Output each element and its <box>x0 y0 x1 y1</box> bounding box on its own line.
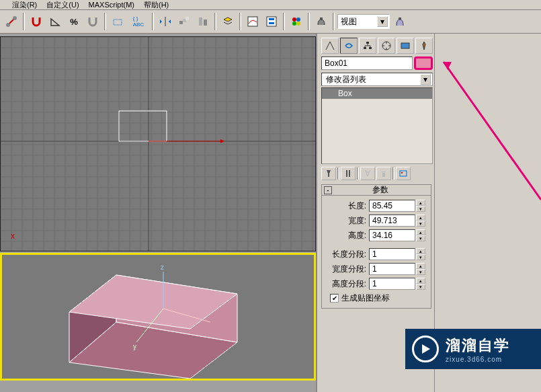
render-type-dropdown[interactable]: 视图 ▾ <box>337 14 390 29</box>
lseg-input[interactable]: 1 <box>369 248 415 260</box>
svg-rect-85 <box>364 47 366 49</box>
mirror-icon[interactable] <box>157 13 174 30</box>
make-unique-icon[interactable]: ∀ <box>360 167 375 180</box>
width-input[interactable]: 49.713 <box>369 214 415 227</box>
svg-point-13 <box>296 17 300 22</box>
configure-sets-icon[interactable] <box>396 167 411 180</box>
menu-item[interactable]: 渲染(R) <box>12 0 37 10</box>
svg-rect-6 <box>199 17 202 26</box>
svg-point-14 <box>292 22 296 26</box>
svg-point-0 <box>6 23 10 27</box>
modifier-list-dropdown[interactable]: 修改器列表 ▾ <box>321 73 433 86</box>
svg-rect-92 <box>401 172 403 173</box>
layers-icon[interactable] <box>219 13 237 30</box>
curve-editor-icon[interactable] <box>244 13 261 30</box>
svg-rect-88 <box>401 43 409 48</box>
width-label: 宽度: <box>327 215 369 227</box>
svg-rect-90 <box>349 170 350 177</box>
stack-item-box[interactable]: Box <box>322 88 432 99</box>
object-name-value: Box01 <box>325 58 347 68</box>
command-panel-tabs <box>320 36 434 55</box>
viewport-perspective[interactable]: z y <box>0 253 316 381</box>
display-tab-icon[interactable] <box>397 38 414 54</box>
svg-rect-11 <box>269 22 274 24</box>
spin-up-icon[interactable]: ▴ <box>416 278 425 284</box>
menu-item[interactable]: MAXScript(M) <box>89 1 134 9</box>
viewport-area: x z y <box>0 34 316 392</box>
menu-bar: 渲染(R) 自定义(U) MAXScript(M) 帮助(H) <box>0 0 541 9</box>
play-icon <box>412 336 439 362</box>
spin-up-icon[interactable]: ▴ <box>416 248 425 254</box>
length-input[interactable]: 85.45 <box>369 200 415 212</box>
hierarchy-tab-icon[interactable] <box>359 38 376 54</box>
spin-down-icon[interactable]: ▾ <box>416 254 425 260</box>
spin-up-icon[interactable]: ▴ <box>416 214 425 221</box>
named-selection-icon[interactable] <box>109 13 126 30</box>
show-end-result-icon[interactable] <box>341 167 356 180</box>
angle-snap-icon[interactable] <box>46 13 64 30</box>
object-name-input[interactable]: Box01 <box>321 56 413 70</box>
magnet-icon[interactable] <box>28 13 45 30</box>
length-label: 长度: <box>327 200 369 212</box>
object-color-swatch[interactable] <box>414 56 433 70</box>
svg-marker-95 <box>422 344 430 354</box>
watermark: 溜溜自学 zixue.3d66.com <box>405 329 541 369</box>
modify-tab-icon[interactable] <box>340 38 358 54</box>
svg-rect-10 <box>269 18 274 20</box>
gen-uv-checkbox[interactable]: ✔ <box>330 294 339 303</box>
material-editor-icon[interactable] <box>288 13 305 30</box>
quick-render-icon[interactable] <box>391 13 409 30</box>
svg-text:z: z <box>161 264 164 271</box>
motion-tab-icon[interactable] <box>378 38 395 54</box>
svg-rect-17 <box>399 17 401 19</box>
collapse-icon[interactable]: - <box>324 186 332 194</box>
stack-toolbar: ∀ <box>320 165 434 182</box>
svg-text:y: y <box>133 343 136 350</box>
schematic-view-icon[interactable] <box>263 13 280 30</box>
svg-rect-7 <box>204 19 207 26</box>
svg-rect-2 <box>114 19 122 25</box>
wseg-label: 宽度分段: <box>327 264 369 275</box>
svg-rect-89 <box>346 170 347 177</box>
percent-snap-icon[interactable]: % <box>65 13 83 30</box>
modifier-list-label: 修改器列表 <box>326 74 366 85</box>
menu-item[interactable]: 自定义(U) <box>46 0 79 10</box>
hseg-input[interactable]: 1 <box>369 278 415 290</box>
svg-rect-5 <box>185 17 189 20</box>
align-icon[interactable] <box>194 13 212 30</box>
render-scene-icon[interactable] <box>313 13 330 30</box>
modifier-stack[interactable]: Box <box>321 87 433 164</box>
rollout-header[interactable]: - 参数 <box>322 185 431 196</box>
spin-down-icon[interactable]: ▾ <box>416 221 425 227</box>
pin-stack-icon[interactable] <box>321 167 336 180</box>
rollout-title: 参数 <box>332 184 429 196</box>
watermark-title: 溜溜自学 <box>446 336 510 356</box>
gen-uv-label: 生成贴图坐标 <box>341 292 390 304</box>
utilities-tab-icon[interactable] <box>415 38 433 54</box>
svg-rect-16 <box>320 17 323 19</box>
spin-up-icon[interactable]: ▴ <box>416 200 425 206</box>
array-icon[interactable] <box>175 13 193 30</box>
dropdown-value: 视图 <box>341 16 357 28</box>
height-label: 高度: <box>327 230 369 241</box>
spin-down-icon[interactable]: ▾ <box>416 284 425 290</box>
spin-up-icon[interactable]: ▴ <box>416 263 425 269</box>
main-toolbar: % { }ABC 视图 ▾ <box>0 9 541 34</box>
menu-item[interactable]: 帮助(H) <box>144 0 169 10</box>
create-tab-icon[interactable] <box>321 38 339 54</box>
parameters-rollout: - 参数 长度: 85.45 ▴▾ 宽度: 49.713 ▴▾ <box>321 184 431 309</box>
spin-down-icon[interactable]: ▾ <box>416 269 425 275</box>
unlink-icon[interactable] <box>3 13 20 30</box>
viewport-top[interactable]: x <box>0 36 316 251</box>
lseg-label: 长度分段: <box>327 249 369 260</box>
remove-modifier-icon[interactable] <box>376 167 391 180</box>
height-input[interactable]: 34.16 <box>369 229 415 241</box>
spinner-snap-icon[interactable] <box>84 13 101 30</box>
spin-down-icon[interactable]: ▾ <box>416 206 425 212</box>
named-selection-text-icon[interactable]: { }ABC <box>128 13 149 30</box>
watermark-url: zixue.3d66.com <box>446 356 510 363</box>
svg-point-12 <box>292 17 296 22</box>
spin-up-icon[interactable]: ▴ <box>416 229 425 235</box>
wseg-input[interactable]: 1 <box>369 263 415 275</box>
spin-down-icon[interactable]: ▾ <box>416 235 425 241</box>
